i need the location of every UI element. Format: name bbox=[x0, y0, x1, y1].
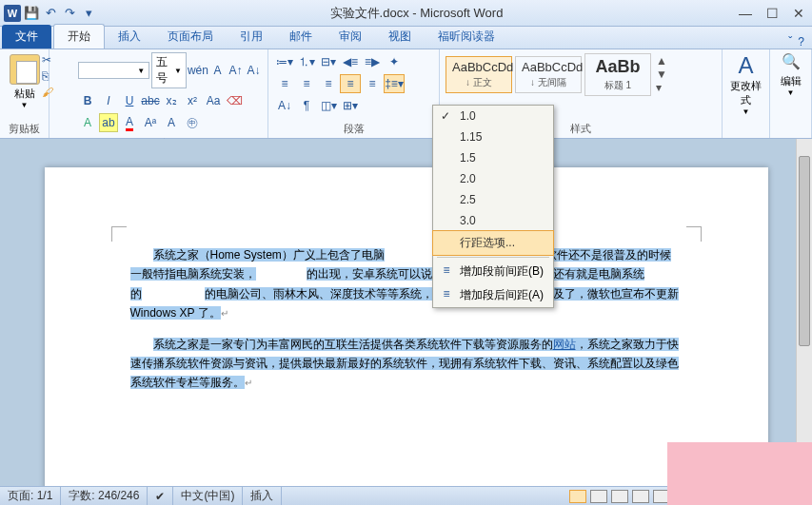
format-painter-icon[interactable]: 🖌 bbox=[42, 86, 53, 99]
multilevel-button[interactable]: ⊟▾ bbox=[318, 52, 339, 71]
spacing-1.15[interactable]: 1.15 bbox=[433, 126, 553, 147]
char-shading-icon[interactable]: A bbox=[162, 113, 181, 132]
find-button[interactable]: 🔍 bbox=[776, 52, 805, 70]
align-center-button[interactable]: ≡ bbox=[296, 74, 317, 93]
align-left-button[interactable]: ≡ bbox=[274, 74, 295, 93]
close-button[interactable]: ✕ bbox=[785, 0, 812, 27]
align-justify-button[interactable]: ≡ bbox=[340, 74, 361, 93]
decrease-indent-button[interactable]: ◀≡ bbox=[340, 52, 361, 71]
asian-layout-button[interactable]: ✦ bbox=[384, 52, 405, 71]
spacing-2.0[interactable]: 2.0 bbox=[433, 168, 553, 189]
margin-marker-tl bbox=[111, 226, 127, 242]
redo-icon[interactable]: ↷ bbox=[61, 5, 78, 22]
paste-button[interactable]: 粘贴 ▼ bbox=[6, 52, 43, 111]
tab-insert[interactable]: 插入 bbox=[105, 25, 154, 49]
tab-mailings[interactable]: 邮件 bbox=[276, 25, 326, 49]
shrink-font-icon[interactable]: A↓ bbox=[246, 61, 262, 80]
paste-dropdown-icon[interactable]: ▼ bbox=[21, 101, 29, 109]
tab-file[interactable]: 文件 bbox=[2, 25, 51, 49]
group-edit-label: 编辑 bbox=[776, 74, 805, 88]
spacing-1.0[interactable]: 1.0 bbox=[433, 106, 553, 126]
qat-dropdown-icon[interactable]: ▾ bbox=[80, 5, 97, 22]
subscript-button[interactable]: x₂ bbox=[162, 91, 181, 110]
align-right-button[interactable]: ≡ bbox=[318, 74, 339, 93]
minimize-button[interactable]: — bbox=[732, 0, 759, 27]
spacing-1.5[interactable]: 1.5 bbox=[433, 147, 553, 168]
show-marks-button[interactable]: ¶ bbox=[296, 96, 317, 115]
phonetic-guide-icon[interactable]: wén bbox=[188, 61, 208, 80]
line-spacing-dropdown: 1.0 1.15 1.5 2.0 2.5 3.0 行距选项... ≡增加段前间距… bbox=[432, 105, 554, 308]
margin-marker-tr bbox=[686, 226, 702, 242]
bold-button[interactable]: B bbox=[78, 91, 97, 110]
status-language[interactable]: 中文(中国) bbox=[173, 487, 243, 505]
font-color-icon[interactable]: A bbox=[120, 113, 139, 132]
shading-button[interactable]: ◫▾ bbox=[318, 96, 339, 115]
font-size-select[interactable]: 五号▼ bbox=[151, 52, 187, 88]
style-heading1[interactable]: AaBb 标题 1 bbox=[584, 53, 651, 96]
maximize-button[interactable]: ☐ bbox=[759, 0, 785, 27]
help-icon[interactable]: ? bbox=[798, 35, 804, 49]
tab-references[interactable]: 引用 bbox=[227, 25, 276, 49]
char-scale-icon[interactable]: Aª bbox=[141, 113, 160, 132]
clear-format-button[interactable]: ⌫ bbox=[225, 91, 244, 110]
change-styles-button[interactable]: A 更改样式 ▼ bbox=[728, 52, 763, 116]
view-web-layout[interactable] bbox=[611, 490, 628, 503]
line-spacing-options[interactable]: 行距选项... bbox=[432, 230, 554, 256]
dropdown-separator bbox=[437, 257, 549, 258]
status-proofing[interactable]: ✔ bbox=[148, 487, 173, 505]
spacing-3.0[interactable]: 3.0 bbox=[433, 210, 553, 231]
grow-font-icon[interactable]: A↑ bbox=[228, 61, 244, 80]
tab-foxit[interactable]: 福昕阅读器 bbox=[425, 25, 508, 49]
group-paragraph-label: 段落 bbox=[274, 120, 433, 136]
add-space-after[interactable]: ≡增加段后间距(A) bbox=[433, 283, 553, 307]
style-normal[interactable]: AaBbCcDd ↓ 正文 bbox=[446, 56, 512, 93]
edit-dropdown-icon[interactable]: ▼ bbox=[776, 88, 805, 97]
view-outline[interactable] bbox=[632, 490, 649, 503]
proofing-icon: ✔ bbox=[155, 490, 165, 503]
style-no-spacing[interactable]: AaBbCcDd ↓ 无间隔 bbox=[515, 56, 582, 93]
copy-icon[interactable]: ⎘ bbox=[42, 69, 53, 83]
tab-review[interactable]: 审阅 bbox=[326, 25, 375, 49]
ribbon-minimize-icon[interactable]: ˇ bbox=[788, 35, 792, 49]
strike-button[interactable]: abc bbox=[141, 91, 160, 110]
borders-button[interactable]: ⊞▾ bbox=[340, 96, 361, 115]
scroll-thumb[interactable] bbox=[799, 156, 810, 346]
tab-layout[interactable]: 页面布局 bbox=[154, 25, 227, 49]
group-clipboard-label: 剪贴板 bbox=[6, 120, 43, 136]
view-full-screen[interactable] bbox=[590, 490, 607, 503]
italic-button[interactable]: I bbox=[99, 91, 118, 110]
add-space-before[interactable]: ≡增加段前间距(B) bbox=[433, 260, 553, 283]
bullets-button[interactable]: ≔▾ bbox=[274, 52, 295, 71]
tab-home[interactable]: 开始 bbox=[53, 24, 105, 49]
pink-overlay bbox=[667, 442, 812, 505]
website-link[interactable]: 网站 bbox=[553, 338, 576, 351]
space-after-icon: ≡ bbox=[439, 287, 454, 301]
cut-icon[interactable]: ✂ bbox=[42, 53, 53, 67]
tab-view[interactable]: 视图 bbox=[375, 25, 425, 49]
sort-button[interactable]: A↓ bbox=[274, 96, 295, 115]
change-case-button[interactable]: Aa bbox=[204, 91, 223, 110]
vertical-scrollbar[interactable] bbox=[796, 139, 812, 486]
spacing-2.5[interactable]: 2.5 bbox=[433, 189, 553, 210]
styles-more-icon[interactable]: ▲▼▾ bbox=[654, 52, 669, 96]
char-border-icon[interactable]: A bbox=[209, 61, 226, 80]
distributed-button[interactable]: ≡ bbox=[362, 74, 383, 93]
underline-button[interactable]: U bbox=[120, 91, 139, 110]
superscript-button[interactable]: x² bbox=[183, 91, 202, 110]
window-title: 实验文件.docx - Microsoft Word bbox=[101, 5, 732, 22]
highlight-icon[interactable]: ab bbox=[99, 113, 118, 132]
increase-indent-button[interactable]: ≡▶ bbox=[362, 52, 383, 71]
line-spacing-button[interactable]: ‡≡▾ bbox=[384, 74, 405, 93]
undo-icon[interactable]: ↶ bbox=[42, 5, 59, 22]
space-before-icon: ≡ bbox=[439, 263, 454, 277]
status-insert-mode[interactable]: 插入 bbox=[243, 487, 282, 505]
numbering-button[interactable]: ⒈▾ bbox=[296, 52, 317, 71]
view-print-layout[interactable] bbox=[569, 490, 586, 503]
status-page[interactable]: 页面: 1/1 bbox=[0, 487, 61, 505]
font-family-select[interactable]: ▼ bbox=[78, 62, 149, 79]
document-body[interactable]: 系统之家（Home System）广义上包含了电脑 安装，在之前手机软件还不是很… bbox=[130, 245, 683, 393]
save-icon[interactable]: 💾 bbox=[23, 5, 40, 22]
status-words[interactable]: 字数: 246/246 bbox=[61, 487, 148, 505]
enclosed-char-icon[interactable]: ㊥ bbox=[183, 113, 202, 132]
text-effects-icon[interactable]: A bbox=[78, 113, 97, 132]
